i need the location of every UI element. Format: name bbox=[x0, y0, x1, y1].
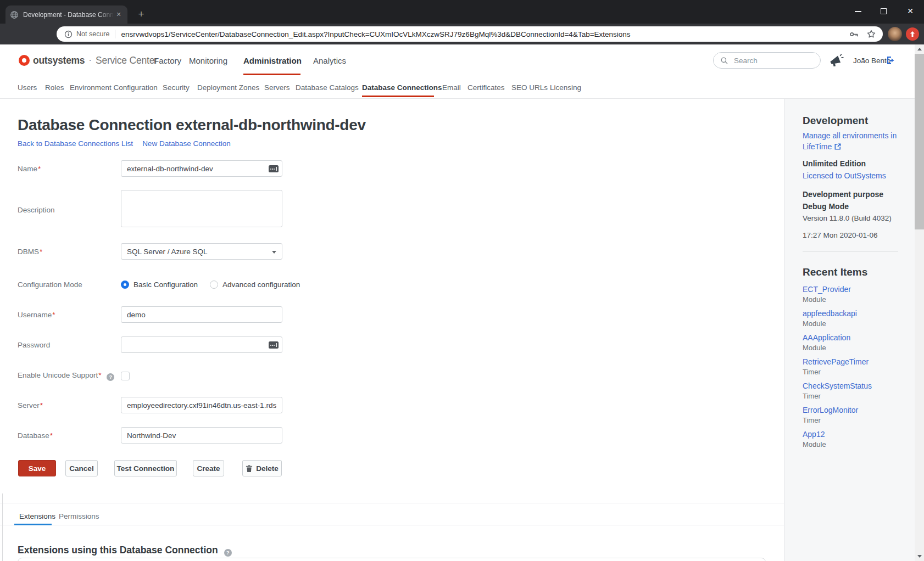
browser-update-icon[interactable] bbox=[906, 27, 919, 41]
required-asterisk: * bbox=[40, 401, 43, 409]
browser-profile-avatar[interactable] bbox=[888, 27, 902, 41]
scrollbar-up-arrow[interactable] bbox=[915, 44, 924, 54]
recent-item: appfeedbackapi Module bbox=[803, 309, 904, 328]
subnav-security[interactable]: Security bbox=[163, 83, 190, 92]
nav-analytics[interactable]: Analytics bbox=[313, 56, 346, 65]
username-input[interactable] bbox=[121, 306, 282, 323]
subnav-licensing[interactable]: Licensing bbox=[550, 83, 581, 92]
page-scrollbar[interactable] bbox=[915, 44, 924, 561]
new-tab-button[interactable]: + bbox=[134, 7, 148, 21]
recent-item-link[interactable]: RetrievePageTimer bbox=[803, 357, 904, 367]
autofill-extension-icon[interactable] bbox=[269, 341, 279, 349]
subnav-deployment-zones[interactable]: Deployment Zones bbox=[197, 83, 259, 92]
globe-favicon-icon bbox=[10, 10, 19, 19]
browser-tabstrip: Development - Database Connec ✕ + ✕ bbox=[0, 0, 924, 24]
description-textarea[interactable] bbox=[121, 190, 282, 227]
license-link[interactable]: Licensed to OutSystems bbox=[803, 171, 886, 180]
back-to-list-link[interactable]: Back to Database Connections List bbox=[18, 139, 133, 148]
recent-item-type: Module bbox=[803, 440, 826, 448]
name-label: Name bbox=[18, 165, 37, 173]
window-minimize-button[interactable] bbox=[855, 11, 861, 12]
subnav-servers[interactable]: Servers bbox=[264, 83, 290, 92]
subnav-email[interactable]: Email bbox=[442, 83, 461, 92]
recent-item: ErrorLogMonitor Timer bbox=[803, 406, 904, 425]
security-label: Not secure bbox=[76, 30, 109, 38]
subnav-roles[interactable]: Roles bbox=[45, 83, 64, 92]
help-question-icon[interactable]: ? bbox=[224, 549, 232, 557]
tab-extensions[interactable]: Extensions bbox=[19, 512, 55, 520]
browser-tab[interactable]: Development - Database Connec ✕ bbox=[5, 5, 127, 24]
form-actions: Save Cancel Test Connection Create Delet… bbox=[18, 460, 347, 476]
nav-administration[interactable]: Administration bbox=[243, 56, 302, 65]
logo-text[interactable]: outsystems · Service Center bbox=[33, 55, 158, 66]
required-asterisk: * bbox=[52, 311, 55, 319]
autofill-extension-icon[interactable] bbox=[269, 165, 279, 172]
outsystems-logo-icon[interactable] bbox=[19, 55, 30, 66]
recent-item-link[interactable]: AAApplication bbox=[803, 333, 904, 343]
delete-button-label: Delete bbox=[256, 464, 279, 473]
delete-button[interactable]: Delete bbox=[242, 460, 282, 476]
dbms-select[interactable]: SQL Server / Azure SQL bbox=[121, 243, 282, 260]
basic-configuration-label: Basic Configuration bbox=[133, 280, 198, 289]
recent-item-link[interactable]: appfeedbackapi bbox=[803, 309, 904, 318]
nav-monitoring[interactable]: Monitoring bbox=[189, 56, 227, 65]
password-key-icon[interactable] bbox=[849, 29, 859, 40]
configuration-mode-row: Configuration Mode Basic Configuration A… bbox=[18, 280, 300, 289]
save-button[interactable]: Save bbox=[18, 460, 56, 476]
tab-permissions[interactable]: Permissions bbox=[59, 512, 99, 520]
search-box[interactable] bbox=[713, 52, 821, 69]
database-row: Database* bbox=[18, 427, 282, 444]
scrollbar-thumb[interactable] bbox=[915, 54, 924, 229]
window-maximize-button[interactable] bbox=[881, 8, 887, 14]
server-input[interactable] bbox=[121, 397, 282, 413]
subnav-users[interactable]: Users bbox=[18, 83, 37, 92]
active-tab-underline bbox=[14, 524, 52, 525]
create-button[interactable]: Create bbox=[193, 460, 224, 476]
recent-item-link[interactable]: App12 bbox=[803, 430, 904, 439]
tab-close-icon[interactable]: ✕ bbox=[114, 10, 123, 19]
password-input[interactable] bbox=[121, 336, 282, 353]
announcements-megaphone-icon[interactable] bbox=[828, 53, 844, 70]
required-asterisk: * bbox=[98, 371, 101, 379]
manage-link-line1[interactable]: Manage all environments in bbox=[803, 131, 897, 140]
radio-unselected-icon[interactable] bbox=[210, 280, 218, 289]
recent-item-link[interactable]: ECT_Provider bbox=[803, 285, 904, 294]
subnav-certificates[interactable]: Certificates bbox=[467, 83, 505, 92]
window-close-button[interactable]: ✕ bbox=[906, 7, 915, 15]
recent-item-type: Timer bbox=[803, 392, 821, 400]
manage-link-line2[interactable]: LifeTime bbox=[803, 142, 832, 151]
cancel-button[interactable]: Cancel bbox=[65, 460, 98, 476]
database-input[interactable] bbox=[121, 427, 282, 444]
test-connection-button[interactable]: Test Connection bbox=[114, 460, 177, 476]
search-input[interactable] bbox=[733, 56, 804, 65]
manage-environments-link[interactable]: Manage all environments in LifeTime bbox=[803, 131, 901, 153]
help-question-icon[interactable]: ? bbox=[107, 373, 114, 381]
required-asterisk: * bbox=[38, 165, 41, 173]
info-icon[interactable] bbox=[64, 30, 73, 38]
recent-item: AAApplication Module bbox=[803, 333, 904, 352]
unicode-support-checkbox[interactable] bbox=[121, 372, 130, 380]
name-input[interactable] bbox=[121, 160, 282, 177]
advanced-configuration-option[interactable]: Advanced configuration bbox=[210, 280, 300, 289]
subnav-database-connections[interactable]: Database Connections bbox=[362, 83, 442, 92]
section-divider bbox=[0, 503, 784, 503]
configuration-mode-label: Configuration Mode bbox=[18, 280, 82, 289]
recent-item-link[interactable]: ErrorLogMonitor bbox=[803, 406, 904, 415]
purpose-label: Development purpose bbox=[803, 189, 904, 200]
basic-configuration-option[interactable]: Basic Configuration bbox=[121, 280, 198, 289]
scrollbar-down-arrow[interactable] bbox=[915, 552, 924, 561]
subnav-environment-configuration[interactable]: Environment Configuration bbox=[70, 83, 158, 92]
bookmark-star-icon[interactable] bbox=[866, 29, 876, 39]
url-bar[interactable]: Not secure ensrvwdvops1/ServiceCenter/Da… bbox=[57, 26, 883, 42]
active-nav-underline bbox=[243, 74, 300, 75]
subnav-database-catalogs[interactable]: Database Catalogs bbox=[296, 83, 359, 92]
url-text: ensrvwdvops1/ServiceCenter/DatabaseConne… bbox=[121, 30, 842, 38]
logout-icon[interactable] bbox=[886, 55, 895, 68]
new-database-connection-link[interactable]: New Database Connection bbox=[142, 139, 231, 148]
radio-selected-icon[interactable] bbox=[121, 280, 129, 289]
required-asterisk: * bbox=[40, 248, 42, 256]
subnav-seo-urls[interactable]: SEO URLs bbox=[511, 83, 548, 92]
nav-factory[interactable]: Factory bbox=[154, 56, 181, 65]
recent-item-link[interactable]: CheckSystemStatus bbox=[803, 382, 904, 391]
version-label: Version 11.8.0 (Build 4032) bbox=[803, 213, 904, 223]
